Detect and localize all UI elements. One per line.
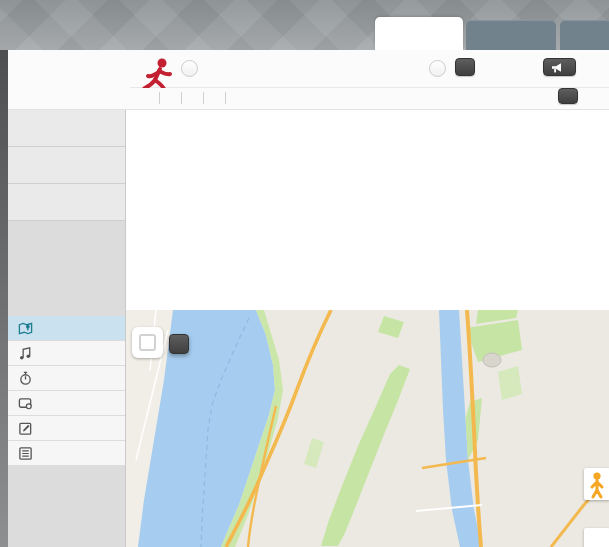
sidebar <box>8 110 125 547</box>
stats-line <box>147 92 235 104</box>
map-canvas[interactable] <box>126 310 609 547</box>
pan-control-glyph <box>139 334 156 351</box>
tab-recent-workouts[interactable] <box>466 20 556 50</box>
challenge-friend-button[interactable] <box>455 58 475 76</box>
sidebar-item-music[interactable] <box>8 341 125 366</box>
sidebar-item-journal[interactable] <box>8 416 125 441</box>
sidebar-item-laps-stages[interactable] <box>8 366 125 391</box>
street-view-pegman[interactable] <box>584 468 609 500</box>
save-route-button[interactable] <box>169 334 189 354</box>
route-map-icon <box>18 321 33 336</box>
export-button[interactable] <box>558 88 578 104</box>
elevation-color-swatch <box>19 191 31 203</box>
pegman-icon <box>584 468 609 500</box>
stat-distance <box>169 92 182 104</box>
tab-latest-workout[interactable] <box>375 17 463 50</box>
yankee-stadium-shape <box>483 353 501 367</box>
workout-nav-bar <box>8 50 609 88</box>
legend-item-elevation[interactable] <box>8 184 125 221</box>
megaphone-icon <box>551 63 563 73</box>
map-zoom-in-button[interactable] <box>584 528 609 547</box>
analyze-performance-page <box>0 0 609 547</box>
stat-duration <box>147 92 160 104</box>
sidebar-item-zones[interactable] <box>8 391 125 416</box>
route-map[interactable] <box>125 310 609 547</box>
map-pan-control[interactable] <box>132 327 163 358</box>
zones-icon <box>18 396 33 411</box>
stat-calories <box>213 92 226 104</box>
tab-music[interactable] <box>560 20 609 50</box>
stats-list-icon <box>18 446 33 461</box>
performance-chart[interactable] <box>125 110 609 310</box>
workout-stats-bar <box>8 88 609 110</box>
page-left-edge <box>0 50 8 547</box>
chart-svg[interactable] <box>126 110 609 310</box>
heart-rate-color-swatch <box>19 154 31 166</box>
sidebar-item-route[interactable] <box>8 316 125 341</box>
legend-item-heart-rate[interactable] <box>8 147 125 184</box>
journal-pencil-icon <box>18 421 33 436</box>
pace-color-swatch <box>19 117 31 129</box>
next-workout-button[interactable] <box>429 60 446 77</box>
stat-avg-pace <box>191 92 204 104</box>
music-note-icon <box>18 346 33 361</box>
sidebar-menu <box>8 316 125 466</box>
legend-item-pace[interactable] <box>8 110 125 147</box>
share-button[interactable] <box>543 58 576 76</box>
previous-workout-button[interactable] <box>181 60 198 77</box>
sidebar-item-workout-stats[interactable] <box>8 441 125 466</box>
stopwatch-icon <box>18 371 33 386</box>
page-header <box>0 0 609 50</box>
